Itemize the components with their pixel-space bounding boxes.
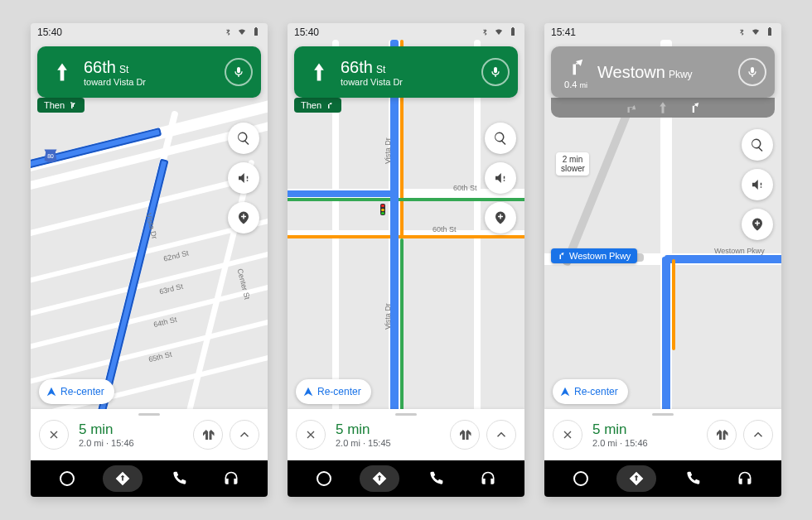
status-time: 15:40 [294,26,319,38]
search-button[interactable] [742,129,773,161]
nav-panel[interactable]: 66thSt toward Vista Dr [294,46,518,98]
eta-time: 5 min [592,421,648,438]
close-nav-button[interactable] [553,420,582,450]
bluetooth-icon [223,26,233,39]
nav-headset-icon[interactable] [471,465,505,492]
status-time: 15:41 [551,26,576,38]
status-bar: 15:40 [31,23,268,41]
expand-button[interactable] [486,420,516,450]
status-bar: 15:40 [288,23,524,41]
route-name-pill[interactable]: Westown Pkwy [551,248,637,263]
nav-home-icon[interactable] [307,465,341,492]
eta-bar[interactable]: 5 min 2.0 mi · 15:45 [288,409,524,460]
nav-road: WestownPkwy [597,63,693,82]
phone-1: 15:40 66thSt toward Vista Dr [31,23,268,497]
nav-direction-icon [47,60,77,84]
system-navbar [544,460,781,497]
bluetooth-icon [737,26,747,39]
eta-sub: 2.0 mi · 15:45 [336,438,391,448]
nav-maps-icon[interactable] [103,465,143,492]
nav-panel[interactable]: 0.4 mi WestownPkwy [551,46,775,98]
eta-bar[interactable]: 5 min 2.0 mi · 15:46 [544,409,781,460]
nav-phone-icon[interactable] [676,465,709,492]
report-button[interactable] [228,202,259,234]
side-buttons [485,123,516,234]
nav-maps-icon[interactable] [616,465,656,492]
close-nav-button[interactable] [296,420,326,450]
search-button[interactable] [485,123,516,154]
nav-road: 66thSt [84,58,146,77]
battery-icon [251,26,261,39]
lane-left-icon [624,100,639,115]
nav-direction-icon [304,60,334,84]
lane-right-icon [687,100,702,115]
battery-icon [508,26,518,39]
nav-home-icon[interactable] [564,465,597,492]
recenter-button[interactable]: Re-center [39,379,114,404]
close-nav-button[interactable] [39,420,69,450]
eta-time: 5 min [336,421,391,438]
report-button[interactable] [485,202,516,234]
mic-button[interactable] [225,58,253,86]
eta-sub: 2.0 mi · 15:46 [79,438,134,448]
nav-maps-icon[interactable] [360,465,399,492]
side-buttons [228,123,259,234]
sound-button[interactable] [485,162,516,194]
recenter-button[interactable]: Re-center [296,379,371,404]
routes-button[interactable] [193,420,223,450]
wifi-icon [751,26,761,39]
eta-bar[interactable]: 5 min 2.0 mi · 15:46 [31,409,268,460]
nav-direction-icon: 0.4 mi [561,55,591,89]
routes-button[interactable] [450,420,480,450]
eta-sub: 2.0 mi · 15:46 [592,438,648,448]
slower-callout[interactable]: 2 min slower [556,152,589,176]
wifi-icon [237,26,247,39]
svg-text:80: 80 [47,153,54,159]
phone-2: 15:40 66thSt toward Vista Dr [288,23,524,497]
lane-straight-icon [655,100,670,115]
nav-phone-icon[interactable] [419,465,452,492]
nav-headset-icon[interactable] [215,465,248,492]
status-bar: 15:41 [544,23,781,41]
status-time: 15:40 [37,26,62,38]
routes-button[interactable] [707,420,737,450]
mic-button[interactable] [481,58,510,86]
system-navbar [288,460,524,497]
traffic-light-icon [380,204,385,215]
nav-headset-icon[interactable] [728,465,761,492]
highway-shield-icon: 80 [42,147,59,164]
wifi-icon [494,26,504,39]
nav-toward: toward Vista Dr [341,77,403,87]
recenter-button[interactable]: Re-center [553,379,628,404]
search-button[interactable] [228,123,259,154]
report-button[interactable] [742,209,773,240]
bluetooth-icon [480,26,490,39]
then-chip[interactable]: Then [37,98,85,113]
system-navbar [31,460,268,497]
sound-button[interactable] [742,169,773,200]
mic-button[interactable] [738,58,766,86]
nav-home-icon[interactable] [51,465,84,492]
side-buttons [742,129,773,240]
nav-road: 66thSt [341,58,403,77]
lane-guidance [551,98,775,118]
then-chip[interactable]: Then [294,98,341,113]
nav-toward: toward Vista Dr [84,77,146,87]
expand-button[interactable] [743,420,773,450]
phone-3: 15:41 0.4 mi WestownPkwy [544,23,781,497]
nav-panel[interactable]: 66thSt toward Vista Dr [37,46,261,98]
eta-time: 5 min [79,421,134,438]
sound-button[interactable] [228,162,259,194]
expand-button[interactable] [230,420,259,450]
battery-icon [765,26,775,39]
nav-phone-icon[interactable] [162,465,196,492]
